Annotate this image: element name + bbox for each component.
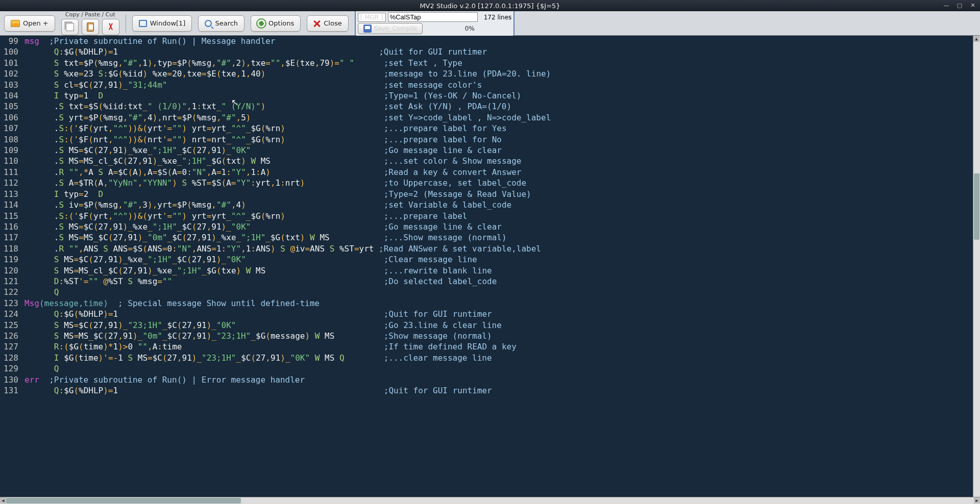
code-line[interactable]: I typ=2 D ;Type=2 (Message & Read Value): [21, 189, 980, 199]
code-row[interactable]: 102 S %xe=23 S:$G(%iid) %xe=20,txe=$E(tx…: [0, 68, 980, 79]
code-line[interactable]: R:($G(time)*1)>0 "",A:time ;If time defi…: [21, 341, 980, 352]
code-row[interactable]: 120 S MS=MS_cl_$C(27,91)_%xe_";1H"_$G(tx…: [0, 265, 980, 276]
copy-button[interactable]: [61, 19, 79, 35]
code-row[interactable]: 126 S MS=MS_$C(27,91)_"0m"_$C(27,91)_"23…: [0, 331, 980, 341]
paste-icon: [87, 22, 94, 32]
code-line[interactable]: I typ=1 D ;Type=1 (Yes-OK / No-Cancel): [21, 90, 980, 101]
code-row[interactable]: 99msg ;Private subroutine of Run() | Mes…: [0, 36, 980, 46]
close-window-button[interactable]: ✕: [969, 1, 977, 9]
code-line[interactable]: .S A=$TR(A,"YyNn","YYNN") S %ST=$S(A="Y"…: [21, 178, 980, 188]
code-line[interactable]: S %xe=23 S:$G(%iid) %xe=20,txe=$E(txe,1,…: [21, 68, 980, 79]
code-line[interactable]: .R "",*A S A=$C(A),A=$S(A=0:"N",A=1:"Y",…: [21, 167, 980, 178]
save-icon: [363, 24, 372, 33]
window-button[interactable]: Window[1]: [132, 15, 192, 32]
code-line[interactable]: .S MS=MS_cl_$C(27,91)_%xe_";1H"_$G(txt) …: [21, 156, 980, 166]
code-line[interactable]: .S:('$F(yrt,"^"))&(yrt'="") yrt=yrt_"^"_…: [21, 123, 980, 134]
search-icon: [205, 20, 212, 27]
paste-button[interactable]: [82, 19, 99, 35]
code-line[interactable]: .S MS=$C(27,91)_%xe_";1H"_$C(27,91)_"0K"…: [21, 145, 980, 156]
code-line[interactable]: Q:$G(%DHLP)=1 ;Quit for GUI runtimer: [21, 385, 980, 396]
namespace-box[interactable]: [ MGR ]: [358, 13, 386, 22]
search-button[interactable]: Search: [198, 15, 244, 32]
code-line[interactable]: Msg(message,time) ; Special message Show…: [21, 298, 980, 309]
code-row[interactable]: 129 Q: [0, 363, 980, 374]
code-row[interactable]: 112 .S A=$TR(A,"YyNn","YYNN") S %ST=$S(A…: [0, 178, 980, 188]
code-row[interactable]: 106 .S yrt=$P(%msg,"#",4),nrt=$P(%msg,"#…: [0, 112, 980, 123]
code-row[interactable]: 107 .S:('$F(yrt,"^"))&(yrt'="") yrt=yrt_…: [0, 123, 980, 134]
horizontal-scrollbar[interactable]: ◀ ▶: [0, 497, 980, 504]
code-line[interactable]: S MS=MS_cl_$C(27,91)_%xe_";1H"_$G(txe) W…: [21, 265, 980, 276]
line-number: 100: [0, 46, 21, 57]
code-row[interactable]: 123Msg(message,time) ; Special message S…: [0, 298, 980, 309]
code-line[interactable]: Q:$G(%DHLP)=1 ;Quit for GUI runtimer: [21, 46, 980, 57]
code-row[interactable]: 124 Q:$G(%DHLP)=1 ;Quit for GUI runtimer: [0, 309, 980, 319]
code-row[interactable]: 104 I typ=1 D ;Type=1 (Yes-OK / No-Cance…: [0, 90, 980, 101]
line-number: 125: [0, 320, 21, 331]
maximize-button[interactable]: ▢: [955, 1, 964, 9]
code-line[interactable]: .S txt=$S(%iid:txt_" (1/0)",1:txt_" (Y/N…: [21, 101, 980, 112]
minimize-button[interactable]: —: [942, 1, 950, 9]
line-count: 172 lines: [484, 14, 512, 21]
close-button[interactable]: Close: [307, 15, 348, 32]
window-label: Window[1]: [150, 19, 186, 27]
code-line[interactable]: S cl=$C(27,91)_"31;44m" ;set message col…: [21, 80, 980, 90]
code-row[interactable]: 110 .S MS=MS_cl_$C(27,91)_%xe_";1H"_$G(t…: [0, 156, 980, 166]
code-line[interactable]: msg ;Private subroutine of Run() | Messa…: [21, 36, 980, 46]
code-line[interactable]: I $G(time)'=-1 S MS=$C(27,91)_"23;1H"_$C…: [21, 352, 980, 363]
code-row[interactable]: 131 Q:$G(%DHLP)=1 ;Quit for GUI runtimer: [0, 385, 980, 396]
code-line[interactable]: .S iv=$P(%msg,"#",3),yrt=$P(%msg,"#",4) …: [21, 199, 980, 210]
code-row[interactable]: 125 S MS=$C(27,91)_"23;1H"_$C(27,91)_"0K…: [0, 320, 980, 331]
code-line[interactable]: D:%ST'="" @%ST S %msg="" ;Do selected la…: [21, 276, 980, 287]
code-line[interactable]: .S MS=MS_$C(27,91)_"0m"_$C(27,91)_%xe_";…: [21, 232, 980, 243]
line-number: 130: [0, 374, 21, 385]
code-row[interactable]: 122 Q: [0, 287, 980, 297]
vertical-scrollbar[interactable]: ▲ ▼: [973, 36, 980, 504]
cut-button[interactable]: [102, 19, 119, 35]
scroll-right-button[interactable]: ▶: [974, 497, 980, 503]
code-line[interactable]: .R "",ANS S ANS=$S(ANS=0:"N",ANS=1:"Y",1…: [21, 243, 980, 254]
code-row[interactable]: 108 .S:('$F(nrt,"^"))&(nrt'="") nrt=nrt_…: [0, 134, 980, 145]
code-line[interactable]: err ;Private subroutine of Run() | Error…: [21, 374, 980, 385]
code-line[interactable]: S MS=$C(27,91)_%xe_";1H"_$C(27,91)_"0K" …: [21, 254, 980, 265]
code-row[interactable]: 128 I $G(time)'=-1 S MS=$C(27,91)_"23;1H…: [0, 352, 980, 363]
code-row[interactable]: 113 I typ=2 D ;Type=2 (Message & Read Va…: [0, 189, 980, 199]
save-compile-button[interactable]: Save_Compile: [358, 23, 423, 34]
code-line[interactable]: .S:('$F(nrt,"^"))&(nrt'="") nrt=nrt_"^"_…: [21, 134, 980, 145]
code-row[interactable]: 111 .R "",*A S A=$C(A),A=$S(A=0:"N",A=1:…: [0, 167, 980, 178]
code-line[interactable]: .S yrt=$P(%msg,"#",4),nrt=$P(%msg,"#",5)…: [21, 112, 980, 123]
line-number: 119: [0, 254, 21, 265]
code-line[interactable]: S txt=$P(%msg,"#",1),typ=$P(%msg,"#",2),…: [21, 58, 980, 68]
scroll-thumb-h[interactable]: [6, 498, 241, 503]
scroll-thumb-v[interactable]: [974, 173, 979, 240]
code-row[interactable]: 114 .S iv=$P(%msg,"#",3),yrt=$P(%msg,"#"…: [0, 199, 980, 210]
code-line[interactable]: Q: [21, 287, 980, 297]
code-row[interactable]: 103 S cl=$C(27,91)_"31;44m" ;set message…: [0, 80, 980, 90]
code-row[interactable]: 101 S txt=$P(%msg,"#",1),typ=$P(%msg,"#"…: [0, 58, 980, 68]
options-button[interactable]: Options: [251, 15, 301, 32]
code-row[interactable]: 115 .S:('$F(yrt,"^"))&(yrt'="") yrt=yrt_…: [0, 211, 980, 221]
line-number: 106: [0, 112, 21, 123]
code-line[interactable]: Q: [21, 363, 980, 374]
code-line[interactable]: S MS=$C(27,91)_"23;1H"_$C(27,91)_"0K" ;G…: [21, 320, 980, 331]
code-row[interactable]: 127 R:($G(time)*1)>0 "",A:time ;If time …: [0, 341, 980, 352]
open-button[interactable]: Open +: [4, 15, 55, 32]
code-row[interactable]: 109 .S MS=$C(27,91)_%xe_";1H"_$C(27,91)_…: [0, 145, 980, 156]
code-line[interactable]: S MS=MS_$C(27,91)_"0m"_$C(27,91)_"23;1H"…: [21, 331, 980, 341]
scroll-left-button[interactable]: ◀: [0, 497, 6, 503]
code-editor[interactable]: 99msg ;Private subroutine of Run() | Mes…: [0, 36, 980, 497]
code-row[interactable]: 121 D:%ST'="" @%ST S %msg="" ;Do selecte…: [0, 276, 980, 287]
code-row[interactable]: 105 .S txt=$S(%iid:txt_" (1/0)",1:txt_" …: [0, 101, 980, 112]
options-label: Options: [268, 19, 294, 27]
code-row[interactable]: 119 S MS=$C(27,91)_%xe_";1H"_$C(27,91)_"…: [0, 254, 980, 265]
code-row[interactable]: 116 .S MS=$C(27,91)_%xe_";1H"_$C(27,91)_…: [0, 221, 980, 232]
copy-icon: [66, 23, 74, 31]
code-line[interactable]: .S MS=$C(27,91)_%xe_";1H"_$C(27,91)_"0K"…: [21, 221, 980, 232]
code-line[interactable]: .S:('$F(yrt,"^"))&(yrt'="") yrt=yrt_"^"_…: [21, 211, 980, 221]
code-row[interactable]: 118 .R "",ANS S ANS=$S(ANS=0:"N",ANS=1:"…: [0, 243, 980, 254]
code-row[interactable]: 117 .S MS=MS_$C(27,91)_"0m"_$C(27,91)_%x…: [0, 232, 980, 243]
scroll-up-button[interactable]: ▲: [973, 36, 979, 42]
routine-name-input[interactable]: [388, 12, 478, 22]
code-row[interactable]: 130err ;Private subroutine of Run() | Er…: [0, 374, 980, 385]
code-line[interactable]: Q:$G(%DHLP)=1 ;Quit for GUI runtimer: [21, 309, 980, 319]
code-row[interactable]: 100 Q:$G(%DHLP)=1 ;Quit for GUI runtimer: [0, 46, 980, 57]
